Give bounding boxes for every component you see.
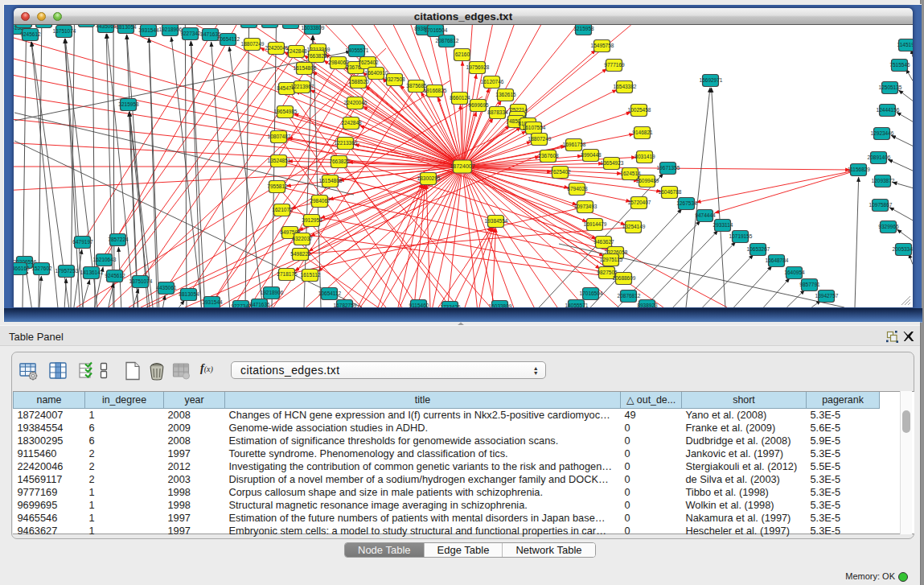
svg-text:20053346: 20053346 xyxy=(893,246,913,252)
svg-text:1362615: 1362615 xyxy=(495,92,516,97)
svg-text:16640910: 16640910 xyxy=(365,70,388,76)
svg-text:9245612: 9245612 xyxy=(105,273,125,278)
svg-text:10807487: 10807487 xyxy=(268,134,291,139)
svg-text:3931544: 3931544 xyxy=(138,27,159,33)
svg-text:8938923: 8938923 xyxy=(637,303,658,307)
svg-text:12213967: 12213967 xyxy=(291,84,314,89)
svg-text:10025458: 10025458 xyxy=(628,107,651,113)
svg-text:16046788: 16046788 xyxy=(659,189,682,195)
svg-text:13942757: 13942757 xyxy=(815,293,839,299)
svg-text:20891406: 20891406 xyxy=(868,154,891,160)
svg-text:9227342: 9227342 xyxy=(180,31,201,36)
svg-text:8990448: 8990448 xyxy=(581,152,602,158)
svg-text:17016504: 17016504 xyxy=(580,290,603,296)
svg-text:8878334: 8878334 xyxy=(487,109,508,115)
svg-text:18724007: 18724007 xyxy=(450,163,474,169)
svg-text:14136141: 14136141 xyxy=(80,270,104,275)
svg-text:19218906: 19218906 xyxy=(261,290,284,295)
svg-text:9463627: 9463627 xyxy=(593,239,614,245)
svg-text:9777169: 9777169 xyxy=(604,62,625,68)
svg-text:12923446: 12923446 xyxy=(871,130,894,136)
svg-text:2242848: 2242848 xyxy=(341,120,362,126)
svg-text:1588520: 1588520 xyxy=(348,79,369,84)
svg-text:14055571: 14055571 xyxy=(346,47,369,53)
svg-text:10654112: 10654112 xyxy=(217,36,240,42)
svg-text:10654112: 10654112 xyxy=(318,290,342,296)
svg-text:13254149: 13254149 xyxy=(622,224,646,229)
svg-text:15692971: 15692971 xyxy=(700,77,723,83)
svg-text:2933114: 2933114 xyxy=(713,222,733,228)
svg-text:22420046: 22420046 xyxy=(344,100,368,105)
svg-text:16154808: 16154808 xyxy=(319,178,343,183)
svg-text:4435061: 4435061 xyxy=(156,285,177,290)
svg-text:16120746: 16120746 xyxy=(481,79,504,84)
svg-text:16099489: 16099489 xyxy=(636,178,659,183)
svg-text:16543382: 16543382 xyxy=(614,84,637,89)
svg-text:6322037: 6322037 xyxy=(292,236,313,241)
svg-text:1145193: 1145193 xyxy=(897,42,913,47)
svg-text:15720407: 15720407 xyxy=(628,200,651,205)
svg-text:3931544: 3931544 xyxy=(202,299,223,305)
svg-text:17016504: 17016504 xyxy=(425,27,448,33)
svg-text:10653267: 10653267 xyxy=(747,246,770,252)
svg-text:20876812: 20876812 xyxy=(436,38,459,43)
svg-text:14055571: 14055571 xyxy=(565,303,589,307)
svg-text:15495758: 15495758 xyxy=(591,43,614,48)
svg-text:2718176: 2718176 xyxy=(277,271,298,277)
svg-text:1624514: 1624514 xyxy=(620,171,641,176)
svg-text:7625402: 7625402 xyxy=(550,169,571,175)
svg-text:10973493: 10973493 xyxy=(574,204,598,209)
svg-text:8031419: 8031419 xyxy=(634,154,655,159)
svg-text:6794028: 6794028 xyxy=(567,186,588,192)
svg-text:16154808: 16154808 xyxy=(294,65,317,71)
svg-text:1615112: 1615112 xyxy=(301,272,321,278)
svg-text:9329966: 9329966 xyxy=(878,224,899,229)
svg-text:1733426: 1733426 xyxy=(440,304,461,307)
svg-text:9327508: 9327508 xyxy=(384,76,405,82)
svg-text:10688609: 10688609 xyxy=(613,275,636,281)
svg-text:18300295: 18300295 xyxy=(417,175,441,181)
svg-text:8471636: 8471636 xyxy=(249,302,270,307)
svg-text:11156829: 11156829 xyxy=(848,167,870,172)
svg-text:12975115: 12975115 xyxy=(600,257,623,262)
svg-text:13654923: 13654923 xyxy=(601,160,624,166)
svg-text:19218906: 19218906 xyxy=(159,27,183,32)
svg-text:19384554: 19384554 xyxy=(485,218,508,224)
svg-text:3215958: 3215958 xyxy=(118,101,139,107)
svg-text:10975867: 10975867 xyxy=(869,202,893,208)
svg-text:3912954: 3912954 xyxy=(302,217,322,223)
svg-text:8813054: 8813054 xyxy=(116,25,137,30)
svg-text:9474444: 9474444 xyxy=(695,212,716,218)
svg-text:5498222: 5498222 xyxy=(290,251,311,257)
svg-text:2367608: 2367608 xyxy=(538,153,559,159)
svg-text:22420046: 22420046 xyxy=(265,45,289,51)
svg-text:16914479: 16914479 xyxy=(584,221,607,227)
svg-text:7663822: 7663822 xyxy=(329,159,350,164)
svg-text:2242848: 2242848 xyxy=(286,48,307,54)
svg-text:9115460: 9115460 xyxy=(409,303,429,307)
svg-text:1640954: 1640954 xyxy=(784,270,805,275)
svg-text:9699695: 9699695 xyxy=(468,102,489,108)
svg-text:16107554: 16107554 xyxy=(523,125,546,130)
svg-text:16961758: 16961758 xyxy=(563,142,586,147)
svg-text:13524851: 13524851 xyxy=(268,158,291,163)
svg-text:7515546: 7515546 xyxy=(889,62,910,68)
svg-text:62160: 62160 xyxy=(455,51,470,57)
svg-text:1621072: 1621072 xyxy=(272,207,293,212)
svg-text:19671355: 19671355 xyxy=(657,165,680,171)
svg-text:9827505: 9827505 xyxy=(597,270,618,275)
svg-text:19654985: 19654985 xyxy=(274,109,298,114)
svg-text:1267534: 1267534 xyxy=(676,200,697,206)
svg-text:4435061: 4435061 xyxy=(96,25,117,29)
svg-text:18807249: 18807249 xyxy=(241,41,265,47)
svg-text:2984067: 2984067 xyxy=(310,198,331,204)
svg-text:16033809: 16033809 xyxy=(302,25,325,31)
svg-text:1527602: 1527602 xyxy=(31,266,52,271)
svg-text:6479197: 6479197 xyxy=(72,239,93,245)
svg-text:8813054: 8813054 xyxy=(179,291,199,297)
svg-text:9146821: 9146821 xyxy=(632,130,653,135)
svg-text:18807249: 18807249 xyxy=(528,136,552,142)
svg-text:12093872: 12093872 xyxy=(872,178,895,183)
svg-text:17957253: 17957253 xyxy=(55,268,79,274)
svg-text:13751074: 13751074 xyxy=(129,278,153,284)
